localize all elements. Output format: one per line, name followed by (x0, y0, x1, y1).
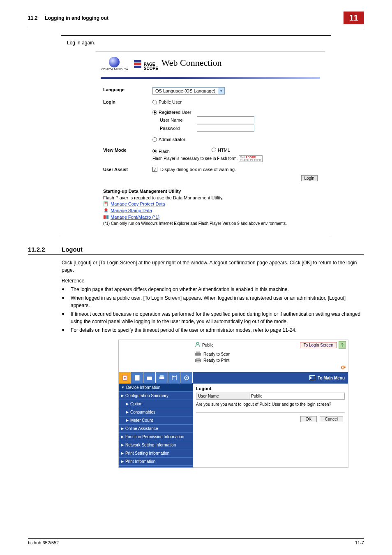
help-icon[interactable]: ? (339, 341, 346, 349)
brand-row: KONICA MINOLTA PAGE SCOPE Web Connection (101, 55, 320, 77)
html-label: HTML (218, 148, 230, 153)
user-name-label: Public (202, 343, 213, 347)
tab-box[interactable] (143, 372, 155, 384)
sidebar-item-meter-count[interactable]: ▶Meter Count (119, 416, 193, 425)
public-user-radio[interactable]: Public User (152, 99, 182, 104)
svg-point-5 (196, 342, 198, 345)
radio-icon (152, 100, 157, 104)
scanner-icon (195, 351, 201, 357)
radio-icon (152, 110, 157, 115)
footer-right: 11-7 (355, 540, 364, 545)
svg-rect-9 (196, 358, 200, 360)
list-item: ●The login page that appears differs dep… (62, 286, 364, 293)
svg-point-1 (105, 208, 108, 211)
brand-webconnection-label: Web Connection (161, 58, 222, 68)
administrator-radio[interactable]: Administrator (152, 137, 185, 142)
footer-left: bizhub 652/552 (28, 540, 59, 545)
header-section-num: 11.2 (28, 15, 37, 21)
header-section-title: Logging in and logging out (45, 15, 343, 21)
password-input[interactable] (197, 125, 254, 132)
cancel-button[interactable]: Cancel (320, 416, 343, 422)
konica-minolta-logo: KONICA MINOLTA (101, 57, 128, 71)
tab-address[interactable] (168, 372, 180, 384)
userassist-text: Display dialog box in case of warning. (160, 167, 236, 172)
svg-rect-14 (147, 377, 152, 380)
manage-stamp-link[interactable]: Manage Stamp Data (111, 208, 152, 213)
manage-copy-protect-link[interactable]: Manage Copy Protect Data (111, 201, 165, 206)
sidebar-item-print-setting[interactable]: ▶Print Setting Information (119, 449, 193, 458)
status-print-label: Ready to Print (203, 358, 229, 363)
brand-scope-label: SCOPE (144, 67, 158, 71)
font-macro-icon (103, 214, 109, 220)
public-user-label: Public User (159, 99, 182, 104)
to-login-screen-button[interactable]: To Login Screen (300, 342, 337, 348)
sidebar-item-config-summary[interactable]: ▶Configuration Summary (119, 392, 193, 400)
content-heading: Logout (196, 386, 345, 391)
html-radio[interactable]: HTML (212, 148, 230, 153)
username-input[interactable] (197, 116, 254, 123)
administrator-label: Administrator (159, 137, 185, 142)
sidebar-item-print-info[interactable]: ▶Print Information (119, 458, 193, 466)
to-main-menu-button[interactable]: To Main Menu (318, 376, 345, 380)
globe-icon (109, 57, 120, 67)
dmu-heading: Starting-up Data Management Utility (103, 189, 318, 194)
konica-minolta-label: KONICA MINOLTA (101, 67, 128, 71)
dmu-note: Flash Player is required to use the Data… (103, 195, 318, 200)
userassist-label: User Assist (103, 167, 152, 172)
gradient-bar (101, 77, 320, 79)
sidebar-item-consumables[interactable]: ▶Consumables (119, 408, 193, 416)
svg-rect-6 (195, 353, 201, 356)
login-button[interactable]: Login (301, 175, 318, 181)
tab-job[interactable] (131, 372, 143, 384)
sidebar-item-func-perm[interactable]: ▶Function Permission Information (119, 433, 193, 441)
chevron-down-icon: ▾ (218, 88, 224, 94)
tab-custom[interactable] (180, 372, 192, 384)
registered-user-label: Registered User (159, 110, 191, 115)
username-label: User Name (160, 118, 197, 123)
sidebar-item-device-info[interactable]: ▼Device Information (119, 384, 193, 392)
main-menu-icon (309, 375, 315, 380)
userassist-row: User Assist Display dialog box in case o… (101, 164, 320, 175)
svg-rect-13 (135, 375, 139, 380)
chapter-badge: 11 (344, 12, 364, 24)
userassist-checkbox[interactable] (152, 167, 157, 172)
language-select-value: OS Language (OS Language) (153, 88, 218, 93)
svg-rect-4 (106, 215, 108, 219)
svg-rect-7 (196, 352, 200, 353)
flash-radio[interactable]: Flash (152, 149, 170, 154)
sidebar-item-option[interactable]: ▶Option (119, 400, 193, 408)
sidebar-item-net-setting[interactable]: ▶Network Setting Information (119, 441, 193, 449)
radio-icon (152, 149, 157, 153)
registered-user-radio[interactable]: Registered User (152, 110, 191, 115)
tab-info[interactable] (119, 372, 131, 384)
svg-rect-16 (160, 375, 164, 377)
flash-note: Flash Player is necessary to see in Flas… (152, 156, 238, 160)
pagescope-icon (134, 60, 141, 68)
dmu-section: Starting-up Data Management Utility Flas… (101, 185, 320, 230)
refresh-icon[interactable]: ⟳ (339, 364, 346, 371)
svg-point-12 (124, 377, 126, 379)
language-label: Language (103, 87, 152, 95)
sidebar-item-online-assist[interactable]: ▶Online Assistance (119, 425, 193, 433)
viewmode-row: View Mode Flash HTML Flash Player is nec… (101, 145, 320, 164)
username-header: User Name (196, 393, 249, 400)
logout-question: Are you sure you want to logout of Publi… (196, 402, 345, 407)
get-flash-badge[interactable]: Get ADOBE FLASH PLAYER (239, 155, 263, 162)
section-11-2-2: 11.2.2 Logout Click [Logout] or [To Logi… (28, 246, 364, 468)
login-panel: KONICA MINOLTA PAGE SCOPE Web Connection… (96, 51, 325, 235)
header-rule (28, 27, 364, 27)
section-paragraph: Click [Logout] or [To Login Screen] at t… (62, 259, 364, 274)
manage-font-macro-link[interactable]: Manage Font/Macro (*1) (111, 215, 159, 220)
user-icon (195, 342, 201, 348)
svg-rect-10 (196, 361, 200, 363)
flash-label: Flash (159, 149, 170, 154)
login-label: Login (103, 99, 152, 143)
brand-page-label: PAGE (144, 62, 158, 67)
content-area: Logout User Name Public Are you sure you… (193, 384, 348, 467)
stamp-icon (103, 208, 109, 213)
language-select[interactable]: OS Language (OS Language) ▾ (152, 87, 225, 95)
ok-button[interactable]: OK (300, 416, 317, 422)
status-area: Ready to Scan Ready to Print (193, 350, 348, 364)
section-title: Logout (62, 246, 83, 253)
tab-print[interactable] (156, 372, 168, 384)
